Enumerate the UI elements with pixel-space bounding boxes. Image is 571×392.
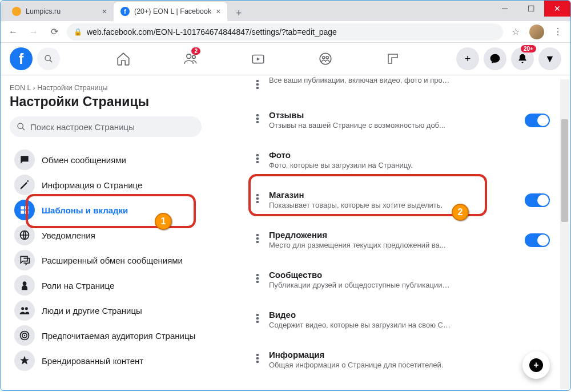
close-tab-icon[interactable]: ×	[216, 7, 220, 16]
nav-friends[interactable]: 2	[159, 44, 222, 74]
sidebar-item-7[interactable]: Предпочитаемая аудитория Страницы	[10, 323, 202, 348]
tab-row-0: •• •• •• Все ваши публикации, включая ви…	[252, 75, 550, 100]
tab-title: Отзывы	[269, 110, 517, 120]
sidebar-item-label: Предпочитаемая аудитория Страницы	[42, 331, 195, 341]
sidebar-item-label: Обмен сообщениями	[42, 155, 126, 165]
tab-title: (20+) EON L | Facebook	[134, 7, 211, 15]
sidebar-item-label: Уведомления	[42, 231, 95, 240]
drag-handle-icon[interactable]: •• •• ••	[252, 190, 261, 204]
window-maximize-button[interactable]: ☐	[518, 1, 544, 17]
tab-toggle[interactable]	[525, 114, 550, 127]
browser-tab-facebook[interactable]: f (20+) EON L | Facebook ×	[114, 2, 227, 21]
tab-title: Магазин	[269, 190, 517, 200]
create-button[interactable]: +	[456, 47, 479, 70]
sidebar-item-5[interactable]: Роли на Странице	[10, 273, 202, 298]
chat-icon	[14, 149, 35, 170]
tab-row-8: •• •• •• Вакансии	[252, 379, 550, 386]
svg-rect-13	[25, 211, 29, 214]
tab-title: Сообщество	[269, 270, 550, 280]
svg-rect-12	[21, 211, 24, 214]
bell-icon	[517, 53, 528, 64]
tab-title: Предложения	[269, 230, 517, 240]
svg-point-6	[323, 56, 325, 59]
address-bar[interactable]: 🔒 web.facebook.com/EON-L-101764674844847…	[67, 23, 503, 41]
svg-point-5	[320, 53, 331, 64]
nav-watch[interactable]	[227, 44, 289, 74]
profile-avatar[interactable]	[529, 25, 544, 39]
tab-description: Содержит видео, которые вы загрузили на …	[269, 321, 452, 329]
fb-search-button[interactable]	[37, 47, 60, 70]
close-tab-icon[interactable]: ×	[102, 7, 107, 16]
svg-point-15	[23, 281, 27, 285]
notifications-button[interactable]: 20+	[511, 47, 534, 70]
chat-fab[interactable]: +	[522, 351, 550, 379]
new-tab-button[interactable]: +	[231, 5, 247, 21]
scrollbar[interactable]	[560, 79, 569, 389]
drag-handle-icon[interactable]: •• •• ••	[252, 230, 261, 244]
sidebar-item-4[interactable]: Расширенный обмен сообщениями	[10, 248, 202, 273]
drag-handle-icon[interactable]: •• •• ••	[252, 310, 261, 324]
tab-row-5: •• •• •• Сообщество Публикации друзей и …	[252, 260, 550, 300]
drag-handle-icon[interactable]: •• •• ••	[252, 110, 261, 124]
tab-toggle[interactable]	[525, 233, 550, 247]
scrollbar-thumb[interactable]	[561, 119, 568, 222]
browser-tab-lumpics[interactable]: Lumpics.ru ×	[5, 2, 114, 21]
browser-toolbar: ← → ⟳ 🔒 web.facebook.com/EON-L-101764674…	[1, 21, 570, 43]
settings-search-input[interactable]: Поиск настроек Страницы	[10, 116, 202, 137]
sidebar-item-1[interactable]: Информация о Странице	[10, 172, 202, 197]
window-minimize-button[interactable]: ─	[492, 1, 518, 17]
drag-handle-icon[interactable]: •• •• ••	[252, 270, 261, 284]
tab-toggle[interactable]	[525, 193, 550, 207]
nav-gaming[interactable]	[361, 44, 424, 74]
drag-handle-icon[interactable]: •• •• ••	[252, 150, 261, 164]
sidebar-item-label: Люди и другие Страницы	[42, 306, 142, 316]
badge-icon	[14, 275, 35, 296]
home-icon	[116, 51, 131, 66]
tab-title: Видео	[269, 310, 550, 320]
watch-icon	[251, 51, 266, 66]
svg-point-2	[187, 54, 191, 59]
tab-title: Информация	[269, 350, 550, 359]
nav-forward-button[interactable]: →	[26, 24, 42, 40]
browser-tabstrip: Lumpics.ru × f (20+) EON L | Facebook × …	[1, 1, 570, 21]
friends-badge: 2	[191, 47, 200, 55]
grid-icon	[14, 200, 35, 220]
settings-sidebar: EON L › Настройки Страницы Настройки Стр…	[1, 75, 206, 386]
favicon-icon: f	[120, 7, 130, 16]
drag-handle-icon[interactable]: •• •• ••	[252, 350, 261, 363]
window-close-button[interactable]: ✕	[544, 1, 570, 17]
sidebar-item-label: Информация о Странице	[42, 180, 142, 190]
bookmark-button[interactable]: ☆	[508, 24, 524, 40]
nav-groups[interactable]	[294, 44, 357, 74]
tab-description: Показывает товары, которые вы хотите выд…	[269, 201, 452, 209]
tab-row-4: •• •• •• Предложения Место для размещени…	[252, 220, 550, 260]
tab-row-3: •• •• •• Магазин Показывает товары, кото…	[252, 180, 550, 220]
sidebar-item-3[interactable]: Уведомления	[10, 223, 202, 248]
svg-line-9	[22, 128, 25, 130]
tab-description: Все ваши публикации, включая видео, фото…	[269, 76, 452, 84]
browser-menu-button[interactable]: ⋮	[550, 24, 566, 40]
sidebar-item-label: Расширенный обмен сообщениями	[42, 256, 183, 265]
facebook-logo[interactable]: f	[10, 47, 33, 70]
nav-home[interactable]	[92, 44, 155, 74]
sidebar-item-6[interactable]: Люди и другие Страницы	[10, 298, 202, 323]
sidebar-item-8[interactable]: Брендированный контент	[10, 348, 202, 373]
sidebar-item-2[interactable]: Шаблоны и вкладки	[10, 197, 202, 223]
favicon-icon	[12, 7, 21, 16]
tab-title: Фото	[269, 150, 550, 160]
nav-reload-button[interactable]: ⟳	[46, 24, 62, 40]
globe-icon	[14, 225, 35, 245]
svg-point-20	[24, 335, 26, 337]
tab-description: Фото, которые вы загрузили на Страницу.	[269, 161, 452, 169]
breadcrumb[interactable]: EON L › Настройки Страницы	[10, 84, 202, 92]
svg-rect-11	[25, 206, 29, 209]
nav-back-button[interactable]: ←	[5, 24, 21, 40]
star-icon	[14, 350, 35, 371]
sidebar-item-0[interactable]: Обмен сообщениями	[10, 147, 202, 172]
search-icon	[17, 122, 26, 131]
drag-handle-icon[interactable]: •• •• ••	[252, 76, 261, 90]
annotation-number-1: 1	[155, 213, 172, 230]
messenger-button[interactable]	[484, 47, 506, 70]
page-title: Настройки Страницы	[10, 94, 202, 110]
account-menu-button[interactable]: ▼	[538, 47, 561, 70]
